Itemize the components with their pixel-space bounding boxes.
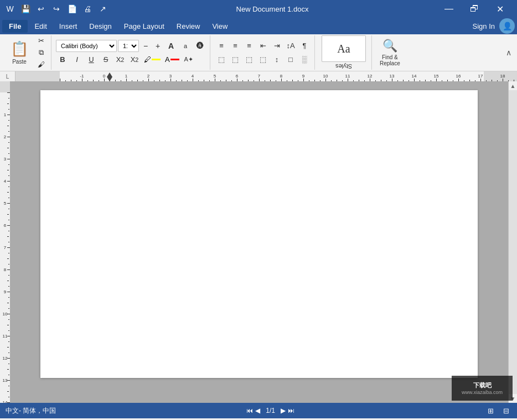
- sign-in-area: Sign In 👤: [473, 18, 515, 34]
- page-info: 1/1: [266, 407, 275, 414]
- paste-button[interactable]: 📋 Paste: [6, 35, 33, 70]
- horizontal-ruler: [15, 71, 517, 81]
- ribbon-row: 📋 Paste ✂ ⧉ 🖌 Calibri (Body) 11 − + A: [0, 34, 517, 71]
- justify-button[interactable]: ⬚: [256, 54, 270, 66]
- save-icon[interactable]: 💾: [20, 3, 31, 14]
- font-color-icon: A: [165, 55, 170, 64]
- font-shrink-button[interactable]: a: [179, 40, 192, 52]
- font-group: Calibri (Body) 11 − + A a 🅐 B I U S X2 X…: [53, 35, 210, 70]
- increase-indent-button[interactable]: ⇥: [270, 40, 283, 52]
- watermark-text: 下载吧: [462, 381, 503, 390]
- menu-file[interactable]: File: [2, 20, 28, 33]
- align-left-button[interactable]: ⬚: [215, 54, 228, 66]
- styles-label[interactable]: Styles: [335, 63, 352, 70]
- watermark: 下载吧 www.xiazaiba.com: [452, 376, 513, 401]
- font-effects-button[interactable]: A✦: [182, 54, 195, 66]
- font-row1: Calibri (Body) 11 − + A a 🅐: [56, 40, 206, 52]
- ribbon-collapse-button[interactable]: ∧: [503, 35, 515, 70]
- multilevel-button[interactable]: ≡: [242, 40, 256, 52]
- sort-button[interactable]: ↕A: [284, 40, 297, 52]
- page-navigation: ⏮ ◀ 1/1 ▶ ⏭: [246, 407, 294, 414]
- menu-edit[interactable]: Edit: [29, 20, 52, 33]
- underline-button[interactable]: U: [85, 54, 98, 66]
- title-bar-left: W 💾 ↩ ↪ 📄 🖨 ↗: [4, 3, 108, 14]
- menu-page-layout[interactable]: Page Layout: [118, 20, 170, 33]
- prev-page-button[interactable]: ◀: [255, 407, 260, 414]
- new-doc-icon[interactable]: 📄: [66, 3, 77, 14]
- word-icon: W: [4, 3, 15, 14]
- vertical-ruler-canvas: [0, 81, 10, 403]
- font-size-select[interactable]: 11: [118, 40, 139, 52]
- redo-icon[interactable]: ↪: [51, 3, 62, 14]
- title-bar: W 💾 ↩ ↪ 📄 🖨 ↗ New Document 1.docx — 🗗 ✕: [0, 0, 517, 18]
- document-area[interactable]: [10, 81, 508, 403]
- status-left: 中文- 简体，中国: [6, 406, 56, 416]
- font-increase-button[interactable]: +: [152, 40, 163, 51]
- print-icon[interactable]: 🖨: [82, 3, 93, 14]
- font-name-select[interactable]: Calibri (Body): [56, 40, 117, 52]
- paste-label: Paste: [12, 59, 27, 65]
- highlight-button[interactable]: 🖊: [142, 54, 162, 65]
- cut-button[interactable]: ✂: [34, 35, 48, 46]
- language-label[interactable]: 中文- 简体，中国: [6, 406, 56, 416]
- user-avatar[interactable]: 👤: [499, 18, 515, 34]
- menu-review[interactable]: Review: [171, 20, 206, 33]
- view-mode-button1[interactable]: ⊞: [485, 405, 496, 416]
- find-replace-button[interactable]: 🔍 Find &Replace: [378, 37, 402, 69]
- subscript-button[interactable]: X2: [113, 54, 127, 66]
- align-right-button[interactable]: ⬚: [242, 54, 256, 66]
- bullets-button[interactable]: ≡: [215, 40, 228, 52]
- superscript-button[interactable]: X2: [128, 54, 141, 66]
- window-controls: — 🗗 ✕: [436, 0, 513, 18]
- decrease-indent-button[interactable]: ⇤: [256, 40, 270, 52]
- scroll-track[interactable]: [509, 90, 518, 394]
- styles-box[interactable]: Aa: [322, 35, 366, 62]
- menu-design[interactable]: Design: [84, 20, 117, 33]
- format-painter-button[interactable]: 🖌: [34, 59, 48, 70]
- ruler-container: L: [0, 71, 517, 81]
- strikethrough-button[interactable]: S: [99, 54, 112, 66]
- last-page-button[interactable]: ⏭: [288, 407, 294, 414]
- menu-view[interactable]: View: [206, 20, 233, 33]
- status-bar: 中文- 简体，中国 ⏮ ◀ 1/1 ▶ ⏭ ⊞ ⊟: [0, 403, 517, 418]
- document-page[interactable]: [40, 90, 478, 378]
- view-mode-button2[interactable]: ⊟: [500, 405, 511, 416]
- paste-icon: 📋: [11, 40, 28, 58]
- line-spacing-button[interactable]: ↕: [270, 54, 283, 66]
- font-decrease-button[interactable]: −: [140, 40, 151, 51]
- restore-button[interactable]: 🗗: [462, 0, 487, 18]
- first-page-button[interactable]: ⏮: [246, 407, 253, 414]
- clear-format-button[interactable]: 🅐: [193, 40, 206, 52]
- content-area: ▲ ▼: [0, 81, 517, 403]
- para-row2: ⬚ ⬚ ⬚ ⬚ ↕ □ ░: [215, 54, 311, 66]
- undo-icon[interactable]: ↩: [35, 3, 46, 14]
- clipboard-group: 📋 Paste ✂ ⧉ 🖌: [2, 35, 51, 70]
- borders-button[interactable]: □: [284, 54, 297, 66]
- next-page-button[interactable]: ▶: [281, 407, 286, 414]
- vertical-ruler: [0, 81, 10, 403]
- close-button[interactable]: ✕: [487, 0, 513, 18]
- numbering-button[interactable]: ≡: [229, 40, 242, 52]
- share-icon[interactable]: ↗: [97, 3, 108, 14]
- shading-button[interactable]: ░: [298, 54, 311, 66]
- document-title: New Document 1.docx: [108, 5, 436, 13]
- styles-preview: Aa: [337, 43, 350, 55]
- sign-in-label[interactable]: Sign In: [473, 22, 495, 30]
- bold-button[interactable]: B: [56, 54, 69, 66]
- minimize-button[interactable]: —: [436, 0, 462, 18]
- ruler-corner[interactable]: L: [0, 71, 15, 81]
- styles-group: Aa Styles: [316, 35, 372, 70]
- italic-button[interactable]: I: [70, 54, 84, 66]
- font-color-button[interactable]: A: [163, 54, 181, 65]
- para-row1: ≡ ≡ ≡ ⇤ ⇥ ↕A ¶: [215, 40, 311, 52]
- font-grow-button[interactable]: A: [164, 40, 178, 52]
- copy-button[interactable]: ⧉: [34, 47, 48, 58]
- menu-insert[interactable]: Insert: [54, 20, 83, 33]
- align-center-button[interactable]: ⬚: [229, 54, 242, 66]
- vertical-scrollbar[interactable]: ▲ ▼: [508, 81, 517, 403]
- find-replace-group: 🔍 Find &Replace: [373, 35, 407, 70]
- find-label: Find &Replace: [380, 54, 400, 66]
- show-formatting-button[interactable]: ¶: [298, 40, 311, 52]
- scroll-up-button[interactable]: ▲: [509, 81, 518, 90]
- menu-bar: File Edit Insert Design Page Layout Revi…: [0, 18, 517, 34]
